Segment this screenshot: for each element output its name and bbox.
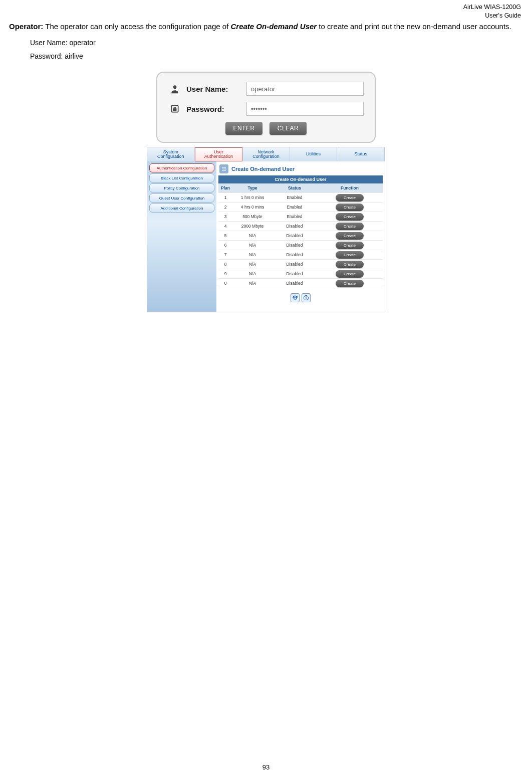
td-status: Disabled xyxy=(273,281,317,286)
config-panel: System Configuration User Authentication… xyxy=(147,147,385,312)
create-button[interactable]: Create xyxy=(336,232,364,240)
pass-line: Password: airlive xyxy=(30,50,523,63)
intro-text-1: The operator can only access the configu… xyxy=(43,22,230,31)
table-row: 11 hrs 0 minsEnabledCreate xyxy=(218,193,383,203)
sidebar-item-black-list-configuration[interactable]: Black List Configuration xyxy=(149,173,214,182)
tab-status[interactable]: Status xyxy=(337,147,385,161)
svg-rect-8 xyxy=(306,296,307,297)
td-status: Disabled xyxy=(273,243,317,248)
credentials-block: User Name: operator Password: airlive xyxy=(30,36,523,63)
td-plan: 5 xyxy=(218,233,232,238)
table-header-row: Plan Type Status Function xyxy=(218,183,383,193)
pass-line-value: airlive xyxy=(65,52,83,60)
login-row-pass: Password: xyxy=(168,102,364,116)
create-button[interactable]: Create xyxy=(336,204,364,211)
svg-rect-2 xyxy=(174,109,176,111)
table-row: 9N/ADisabledCreate xyxy=(218,269,383,279)
td-type: 2000 Mbyte xyxy=(232,224,273,229)
td-function: Create xyxy=(317,232,383,240)
table-row: 42000 MbyteDisabledCreate xyxy=(218,222,383,231)
td-function: Create xyxy=(317,204,383,211)
sidebar: Authentication Configuration Black List … xyxy=(147,161,216,312)
sidebar-item-guest-user-configuration[interactable]: Guest User Configuration xyxy=(149,193,214,203)
tab-label: Network Configuration xyxy=(252,150,280,159)
table-row: 3500 MbyteEnabledCreate xyxy=(218,212,383,222)
td-status: Disabled xyxy=(273,271,317,276)
login-row-user: User Name: xyxy=(168,82,364,96)
password-icon xyxy=(168,102,181,115)
td-type: N/A xyxy=(232,233,273,238)
enter-button[interactable]: ENTER xyxy=(225,122,262,135)
info-icon[interactable] xyxy=(302,293,311,302)
svg-rect-3 xyxy=(222,167,226,168)
td-status: Disabled xyxy=(273,252,317,257)
table-row: 6N/ADisabledCreate xyxy=(218,241,383,250)
td-type: 4 hrs 0 mins xyxy=(232,205,273,210)
tab-utilities[interactable]: Utilities xyxy=(290,147,338,161)
svg-rect-5 xyxy=(222,170,226,171)
refresh-icon[interactable] xyxy=(291,293,300,302)
tab-network-configuration[interactable]: Network Configuration xyxy=(242,147,290,161)
create-button[interactable]: Create xyxy=(336,261,364,268)
th-function: Function xyxy=(317,185,383,190)
login-card-wrap: User Name: Password: ENTER CLEAR xyxy=(156,72,376,143)
intro-paragraph: Operator: The operator can only access t… xyxy=(9,19,523,34)
page-heading-text: Create On-demand User xyxy=(231,166,295,172)
create-button[interactable]: Create xyxy=(336,213,364,221)
td-function: Create xyxy=(317,242,383,249)
td-function: Create xyxy=(317,280,383,287)
product-name: AirLive WIAS-1200G xyxy=(463,3,521,12)
page-number: 93 xyxy=(0,763,532,771)
td-plan: 0 xyxy=(218,281,232,286)
td-function: Create xyxy=(317,270,383,278)
create-button[interactable]: Create xyxy=(336,242,364,249)
td-function: Create xyxy=(317,251,383,259)
create-button[interactable]: Create xyxy=(336,251,364,259)
intro-text-2: to create and print out the new on-deman… xyxy=(317,22,511,31)
tab-user-authentication[interactable]: User Authentication xyxy=(195,147,243,161)
td-status: Enabled xyxy=(273,195,317,200)
tab-label: Status xyxy=(354,152,367,156)
user-name-input[interactable] xyxy=(246,82,364,96)
td-status: Enabled xyxy=(273,205,317,210)
password-input[interactable] xyxy=(246,102,364,116)
td-plan: 8 xyxy=(218,262,232,267)
clear-button[interactable]: CLEAR xyxy=(270,122,307,135)
svg-rect-4 xyxy=(222,169,226,169)
list-icon xyxy=(219,164,228,173)
sidebar-item-authentication-configuration[interactable]: Authentication Configuration xyxy=(149,163,214,172)
td-function: Create xyxy=(317,261,383,268)
td-status: Disabled xyxy=(273,224,317,229)
td-type: N/A xyxy=(232,262,273,267)
create-button[interactable]: Create xyxy=(336,223,364,230)
th-type: Type xyxy=(232,185,273,190)
user-name-label: User Name: xyxy=(186,85,246,93)
create-button[interactable]: Create xyxy=(336,280,364,287)
user-line: User Name: operator xyxy=(30,36,523,50)
tab-label: System Configuration xyxy=(157,150,184,159)
tab-bar: System Configuration User Authentication… xyxy=(147,147,385,161)
svg-point-0 xyxy=(173,86,177,89)
td-status: Disabled xyxy=(273,233,317,238)
table-row: 5N/ADisabledCreate xyxy=(218,231,383,241)
table-row: 7N/ADisabledCreate xyxy=(218,250,383,260)
td-status: Enabled xyxy=(273,214,317,219)
td-type: N/A xyxy=(232,271,273,276)
table-row: 0N/ADisabledCreate xyxy=(218,279,383,288)
sidebar-item-policy-configuration[interactable]: Policy Configuration xyxy=(149,183,214,192)
td-type: N/A xyxy=(232,243,273,248)
doc-header: AirLive WIAS-1200G User's Guide xyxy=(463,3,521,20)
create-button[interactable]: Create xyxy=(336,270,364,278)
operator-bold: Operator: xyxy=(9,22,43,31)
td-plan: 9 xyxy=(218,271,232,276)
svg-rect-7 xyxy=(306,297,307,299)
sidebar-item-additional-configuration[interactable]: Additional Configuration xyxy=(149,204,214,213)
user-line-value: operator xyxy=(70,39,96,47)
config-body: Authentication Configuration Black List … xyxy=(147,161,385,312)
td-function: Create xyxy=(317,194,383,202)
main-column: Create On-demand User Create On-demand U… xyxy=(216,161,385,312)
user-icon xyxy=(168,82,181,95)
create-button[interactable]: Create xyxy=(336,194,364,202)
td-type: 1 hrs 0 mins xyxy=(232,195,273,200)
tab-system-configuration[interactable]: System Configuration xyxy=(147,147,195,161)
